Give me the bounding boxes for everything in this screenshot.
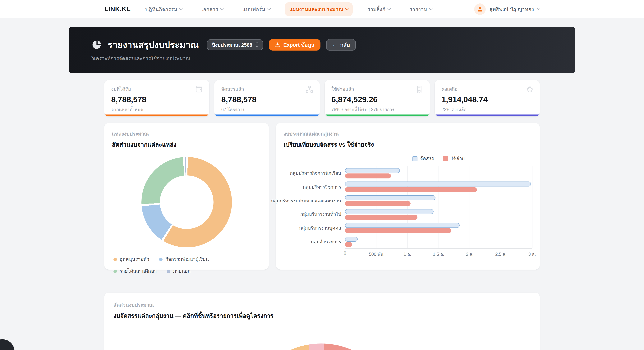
chevron-down-icon bbox=[268, 7, 271, 10]
legend-item-spent[interactable]: ใช้จ่าย bbox=[443, 155, 465, 162]
x-tick-label: 1 ล. bbox=[404, 251, 411, 258]
bar-category-label: กลุ่มบริหารวิชาการ bbox=[303, 183, 341, 191]
card-title: สัดส่วนงบจากแต่ละแหล่ง bbox=[112, 140, 261, 149]
stat-value: 1,914,048.74 bbox=[442, 95, 533, 104]
chevron-down-icon bbox=[180, 7, 183, 10]
budget-sources-donut-chart[interactable] bbox=[141, 157, 232, 247]
user-name: สุทธิพงษ์ ปัญญาทอง bbox=[489, 5, 534, 13]
page-subtitle: วิเคราะห์การจัดสรรและการใช้จ่ายงบประมาณ bbox=[91, 54, 553, 62]
bar-spent bbox=[345, 173, 391, 178]
bar-spent bbox=[345, 201, 410, 206]
export-button[interactable]: Export ข้อมูล bbox=[269, 39, 320, 50]
bar-spent bbox=[345, 215, 417, 220]
accent-bar bbox=[104, 114, 210, 116]
gridline bbox=[376, 166, 376, 248]
user-menu[interactable]: สุทธิพงษ์ ปัญญาทอง bbox=[474, 3, 540, 15]
stat-value: 8,788,578 bbox=[111, 95, 202, 104]
x-tick-label: 500 พัน bbox=[369, 251, 384, 258]
bar-allocated bbox=[345, 168, 400, 173]
nav-item-reports[interactable]: รายงาน bbox=[405, 2, 437, 16]
bar-category-label: กลุ่มบริหารกิจการนักเรียน bbox=[290, 169, 341, 177]
bar-spent bbox=[345, 242, 352, 247]
bar-allocated bbox=[345, 182, 531, 187]
legend-swatch bbox=[412, 156, 417, 161]
donut-hole bbox=[160, 175, 213, 229]
card-title: งบจัดสรรแต่ละกลุ่มงาน — คลิกที่ชิ้นหรือร… bbox=[114, 311, 530, 321]
pie-chart-icon bbox=[91, 39, 102, 50]
receipt-icon bbox=[415, 85, 424, 93]
bar-category-labels: กลุ่มบริหารกิจการนักเรียนกลุ่มบริหารวิชา… bbox=[284, 166, 345, 259]
nav-item-forms[interactable]: แบบฟอร์ม bbox=[238, 2, 275, 16]
bar-category-label: กลุ่มบริหารงานบุคคล bbox=[299, 224, 341, 232]
bar-spent bbox=[345, 187, 477, 192]
stat-card-allocated: จัดสรรแล้ว 8,788,578 67 โครงการ bbox=[214, 80, 320, 116]
fiscal-year-select[interactable]: ปีงบประมาณ 2568 bbox=[207, 39, 263, 50]
stat-card-remaining: คงเหลือ 1,914,048.74 22% คงเหลือ bbox=[435, 80, 540, 116]
stat-value: 8,788,578 bbox=[222, 95, 313, 104]
back-arrow-icon: ← bbox=[332, 42, 337, 48]
legend-item[interactable]: รายได้สถานศึกษา bbox=[114, 267, 157, 275]
top-nav: LINK.KL ปฏิทินกิจกรรม เอกสาร แบบฟอร์ม แผ… bbox=[0, 0, 644, 18]
download-icon bbox=[275, 42, 280, 47]
accent-bar bbox=[435, 114, 540, 116]
gridline bbox=[470, 166, 470, 248]
budget-dashboard-page: LINK.KL ปฏิทินกิจกรรม เอกสาร แบบฟอร์ม แผ… bbox=[0, 0, 644, 350]
avatar bbox=[474, 3, 486, 15]
report-header-banner: รายงานสรุปงบประมาณ ปีงบประมาณ 2568 Expor… bbox=[69, 27, 575, 73]
chevron-down-icon bbox=[346, 7, 349, 10]
bar-category-label: กลุ่มอำนวยการ bbox=[311, 238, 341, 245]
floating-action-button[interactable] bbox=[0, 339, 14, 350]
bar-category-label: กลุ่มบริหารงบประมาณและแผนงาน bbox=[271, 197, 341, 204]
gridline bbox=[407, 166, 408, 248]
legend-item[interactable]: ภายนอก bbox=[167, 267, 190, 275]
legend-item[interactable]: กิจกรรมพัฒนาผู้เรียน bbox=[159, 255, 209, 263]
gridline bbox=[532, 166, 532, 248]
alloc-vs-spent-card: งบประมาณแต่ละกลุ่มงาน เปรียบเทียบงบจัดสร… bbox=[276, 123, 540, 270]
legend-item[interactable]: อุดหนุนรายหัว bbox=[114, 255, 149, 263]
app-logo[interactable]: LINK.KL bbox=[104, 5, 131, 13]
person-icon bbox=[477, 6, 483, 12]
nav-item-plan-budget[interactable]: แผนงานและงบประมาณ bbox=[285, 2, 353, 16]
bar-allocated bbox=[345, 237, 358, 241]
bar-legend: จัดสรร ใช้จ่าย bbox=[345, 155, 532, 162]
legend-item-allocated[interactable]: จัดสรร bbox=[412, 155, 434, 162]
x-tick-label: 3 ล. bbox=[528, 251, 536, 258]
nav-item-calendar[interactable]: ปฏิทินกิจกรรม bbox=[140, 2, 187, 16]
gridline bbox=[345, 166, 346, 248]
bar-category-label: กลุ่มบริหารงานทั่วไป bbox=[300, 211, 341, 218]
card-eyebrow: แหล่งงบประมาณ bbox=[112, 130, 261, 138]
bar-allocated bbox=[345, 209, 434, 214]
x-axis-ticks: 0500 พัน1 ล.1.5 ล.2 ล.2.5 ล.3 ล. bbox=[345, 251, 532, 259]
page-title: รายงานสรุปงบประมาณ bbox=[108, 38, 199, 52]
budget-sources-card: แหล่งงบประมาณ สัดส่วนงบจากแต่ละแหล่ง อุด… bbox=[104, 123, 269, 270]
charts-row: แหล่งงบประมาณ สัดส่วนงบจากแต่ละแหล่ง อุด… bbox=[104, 123, 540, 270]
accent-bar bbox=[324, 114, 430, 116]
sitemap-icon bbox=[305, 85, 314, 93]
legend-dot bbox=[114, 258, 117, 261]
card-title: เปรียบเทียบงบจัดสรร vs ใช้จ่ายจริง bbox=[284, 140, 532, 149]
chevron-down-icon bbox=[388, 7, 391, 10]
legend-dot bbox=[114, 269, 117, 273]
back-button[interactable]: ← กลับ bbox=[326, 39, 356, 50]
chevron-down-icon bbox=[429, 7, 432, 10]
bar-plot-area bbox=[345, 166, 532, 249]
bar-allocated bbox=[345, 223, 460, 228]
allocation-pie-chart[interactable] bbox=[244, 344, 398, 350]
x-tick-label: 0 bbox=[344, 251, 346, 255]
card-eyebrow: งบประมาณแต่ละกลุ่มงาน bbox=[284, 130, 532, 138]
stat-card-received: งบที่ได้รับ 8,788,578 จากแหล่งทั้งหมด bbox=[104, 80, 210, 116]
stat-cards-row: งบที่ได้รับ 8,788,578 จากแหล่งทั้งหมด จั… bbox=[104, 80, 540, 116]
bar-spent bbox=[345, 228, 451, 233]
legend-swatch bbox=[443, 156, 448, 161]
x-tick-label: 2 ล. bbox=[466, 251, 474, 258]
bar-allocated bbox=[345, 195, 436, 200]
stat-value: 6,874,529.26 bbox=[332, 95, 423, 104]
piggy-bank-icon bbox=[525, 85, 534, 93]
allocation-pie-card: สัดส่วนงบประมาณ งบจัดสรรแต่ละกลุ่มงาน — … bbox=[104, 293, 540, 350]
donut-legend: อุดหนุนรายหัว กิจกรรมพัฒนาผู้เรียน รายได… bbox=[112, 255, 261, 275]
wallet-icon bbox=[195, 85, 203, 93]
stat-card-spent: ใช้จ่ายแล้ว 6,874,529.26 78% ของงบที่ได้… bbox=[324, 80, 430, 116]
nav-item-links[interactable]: รวมลิ้งก์ bbox=[363, 2, 395, 16]
grouped-bar-chart: กลุ่มบริหารกิจการนักเรียนกลุ่มบริหารวิชา… bbox=[284, 166, 532, 259]
nav-item-documents[interactable]: เอกสาร bbox=[197, 2, 228, 16]
